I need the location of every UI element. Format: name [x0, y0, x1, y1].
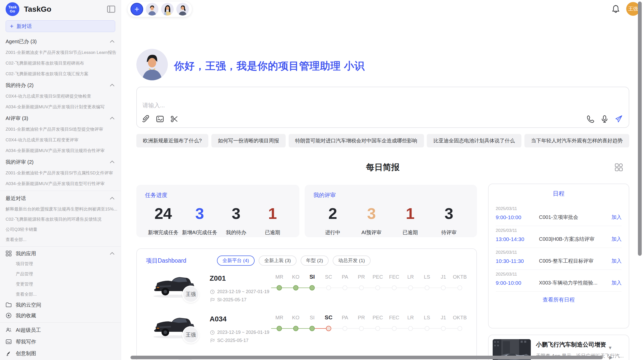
filter-powertrain-dev[interactable]: 动总开发 (1) — [333, 256, 371, 266]
list-item[interactable]: A034-全新新能源MUV产品开发项目造型可行性评审 — [0, 178, 121, 189]
list-item[interactable]: C02-飞腾新能源轻客改款项目里程碑画布 — [0, 58, 121, 69]
section-title: 我的评审 (2) — [6, 159, 34, 166]
milestone-mr: MR — [271, 273, 288, 291]
vertical-scrollbar[interactable] — [638, 2, 642, 256]
milestone-pa: PA — [337, 273, 353, 291]
list-item[interactable]: 解释最新出台的欧盟报废车法规再生塑料比例被调至15%... — [0, 204, 121, 214]
composer-tools-right — [587, 115, 623, 123]
sidebar-item-help-me-write[interactable]: 帮我写作 — [0, 336, 121, 348]
milestone-dot — [392, 286, 397, 290]
daily-brief-title: 每日简报 — [136, 162, 629, 173]
chevron-up-icon — [110, 160, 115, 163]
list-item[interactable]: C02-飞腾新能源轻客改款项目立项汇报方案 — [0, 69, 121, 79]
dashboard-title: 项目Dashboard — [146, 257, 186, 265]
sidebar-item-project-mgmt[interactable]: 项目管理 — [0, 259, 121, 269]
phone-icon[interactable] — [587, 115, 594, 123]
list-item[interactable]: 公司Q3轻卡销量 — [0, 224, 121, 235]
sidebar-item-creative-drawing[interactable]: 创意制图 — [0, 348, 121, 359]
schedule-meeting-title: C001-立项审批会 — [539, 214, 611, 221]
section-my-todo[interactable]: 我的待办 (2) — [0, 79, 121, 91]
agent-avatar[interactable] — [146, 3, 158, 16]
help-me-write-label: 帮我写作 — [16, 338, 115, 345]
dashboard-filters: 全新平台 (4) 全新上装 (3) 年型 (2) 动总开发 (1) — [217, 256, 371, 266]
scroll-right-arrow[interactable]: ▶ — [609, 355, 613, 360]
image-icon — [6, 339, 12, 345]
send-icon[interactable] — [615, 115, 623, 123]
composer-input[interactable]: 请输入... — [142, 101, 165, 109]
scissors-icon[interactable] — [170, 115, 178, 123]
sidebar-item-product-mgmt[interactable]: 产品管理 — [0, 269, 121, 279]
stat-overdue: 1已逾期 — [254, 206, 291, 236]
suggestion-chip[interactable]: 欧洲新规最近颁布了什么? — [136, 134, 208, 147]
join-button[interactable]: 加入 — [611, 236, 622, 243]
sidebar-collapse-icon[interactable] — [107, 6, 115, 13]
add-agent-button[interactable]: + — [130, 3, 143, 16]
logo-text-bottom: Go — [10, 9, 15, 13]
milestone-ls: LS — [419, 313, 435, 331]
sidebar-item-cloud-space[interactable]: 我的云空间 — [0, 299, 121, 310]
view-all-schedule-link[interactable]: 查看所有日程 — [496, 296, 622, 303]
milestone-si: SI — [304, 273, 320, 291]
sidebar-item-favorites[interactable]: 我的收藏 — [0, 310, 121, 321]
join-button[interactable]: 加入 — [611, 279, 622, 286]
list-item[interactable]: A034-全新新能源MUV产品开发项目法规符合性评审 — [0, 145, 121, 156]
section-ai-review[interactable]: AI评审 (3) — [0, 112, 121, 124]
list-item[interactable]: 查看全部... — [0, 235, 121, 245]
stat-my-todo: 3我的待办 — [218, 206, 254, 236]
list-item[interactable]: C0X4-动力总成开发项目SI里程碑提交物检查 — [0, 91, 121, 102]
list-item[interactable]: Z001-全新燃油轻卡产品开发项目SI造型提交物评审 — [0, 124, 121, 135]
milestone-dot — [392, 326, 397, 331]
section-recent-chats[interactable]: 最近对话 — [0, 192, 121, 204]
sidebar-item-change-mgmt[interactable]: 变更管理 — [0, 279, 121, 289]
folder-icon — [6, 302, 12, 308]
people-icon — [6, 327, 12, 333]
section-agent-done[interactable]: Agent已办 (3) — [0, 36, 121, 47]
sidebar-item-view-all-apps[interactable]: 查看全部... — [0, 289, 121, 299]
project-dashboard-card: 项目Dashboard 全新平台 (4) 全新上装 (3) 年型 (2) 动总开… — [136, 248, 477, 360]
milestone-ls: LS — [419, 273, 435, 291]
project-row[interactable]: 王强 Z001 2023-12-19 ~ 2027-01-19 SI-2025-… — [137, 266, 476, 309]
join-button[interactable]: 加入 — [611, 258, 622, 264]
section-my-review[interactable]: 我的评审 (2) — [0, 156, 121, 168]
paperclip-icon[interactable] — [142, 115, 150, 123]
horizontal-scrollbar[interactable] — [130, 356, 603, 359]
schedule-meeting-title: X003-车辆动力学性能验... — [539, 279, 611, 286]
milestone-mr: MR — [271, 313, 288, 331]
bell-icon[interactable] — [612, 5, 620, 13]
agent-avatar[interactable] — [161, 3, 174, 16]
list-item[interactable]: A034-全新新能源MUV产品开发项目计划变更表编写 — [0, 102, 121, 112]
milestone-pr: PR — [353, 313, 370, 331]
join-button[interactable]: 加入 — [611, 214, 622, 221]
list-item[interactable]: Z001-全新燃油轻卡产品开发项目SI节点属性5D文件评审 — [0, 168, 121, 178]
suggestion-chip[interactable]: 比亚迪全固态电池计划具体说了什么 — [427, 134, 521, 147]
agent-avatar[interactable] — [176, 3, 189, 16]
milestone-dot — [293, 326, 298, 331]
grid-layout-icon[interactable] — [614, 163, 623, 172]
suggestion-chip[interactable]: 如何写一份清晰的项目周报 — [211, 134, 286, 147]
filter-year-model[interactable]: 年型 (2) — [301, 256, 329, 266]
taskgo-logo: Task Go — [6, 2, 19, 16]
chat-composer: 请输入... — [136, 87, 629, 128]
sidebar-item-my-apps[interactable]: 我的应用 — [0, 248, 121, 259]
milestone-timeline: MRKOSISCPAPRPECFECLRLSJ1OKTB — [271, 273, 468, 291]
project-row[interactable]: 王强 A034 2023-12-19 ~ 2026-01-19 SC-2025-… — [137, 306, 476, 350]
project-code: A034 — [210, 315, 227, 323]
filter-new-body[interactable]: 全新上装 (3) — [259, 256, 297, 266]
list-item[interactable]: C02-飞腾新能源轻客改款项目的闭环通告反馈情况 — [0, 214, 121, 224]
new-chat-button[interactable]: + 新对话 — [6, 20, 115, 32]
suggestion-chip[interactable]: 当下年轻人对汽车外观有怎样的喜好趋势 — [524, 134, 629, 147]
milestone-dot — [359, 286, 364, 290]
scroll-down-arrow[interactable]: ▼ — [608, 345, 612, 351]
suggestion-chip[interactable]: 特朗普可能对进口汽车增税会对中国车企造成哪些影响 — [289, 134, 424, 147]
list-item[interactable]: C0X4-动力总成开发项目工程变更评审 — [0, 135, 121, 145]
milestone-pr: PR — [353, 273, 370, 291]
mic-icon[interactable] — [601, 115, 608, 123]
sidebar-item-ai-super-staff[interactable]: AI超级员工 — [0, 324, 121, 336]
task-progress-card: 任务进度 24新增完成任务 3新增AI完成任务 3我的待办 1已逾期 — [136, 185, 299, 237]
filter-all-new-platform[interactable]: 全新平台 (4) — [217, 256, 255, 266]
image-icon[interactable] — [156, 115, 164, 123]
milestone-pec: PEC — [370, 273, 386, 291]
list-item[interactable]: Z001-全新燃油皮卡产品开发项目SI节点Lesson Learn报告 — [0, 47, 121, 58]
milestone-si: SI — [304, 313, 320, 331]
milestone-dot — [408, 286, 413, 290]
